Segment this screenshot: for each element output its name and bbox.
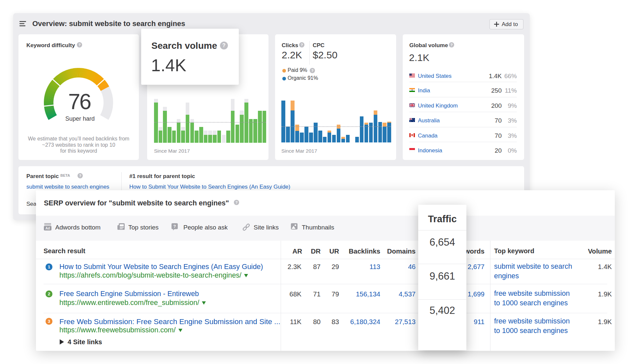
svg-text:Ad: Ad — [46, 227, 50, 230]
svg-text:?: ? — [173, 224, 176, 229]
